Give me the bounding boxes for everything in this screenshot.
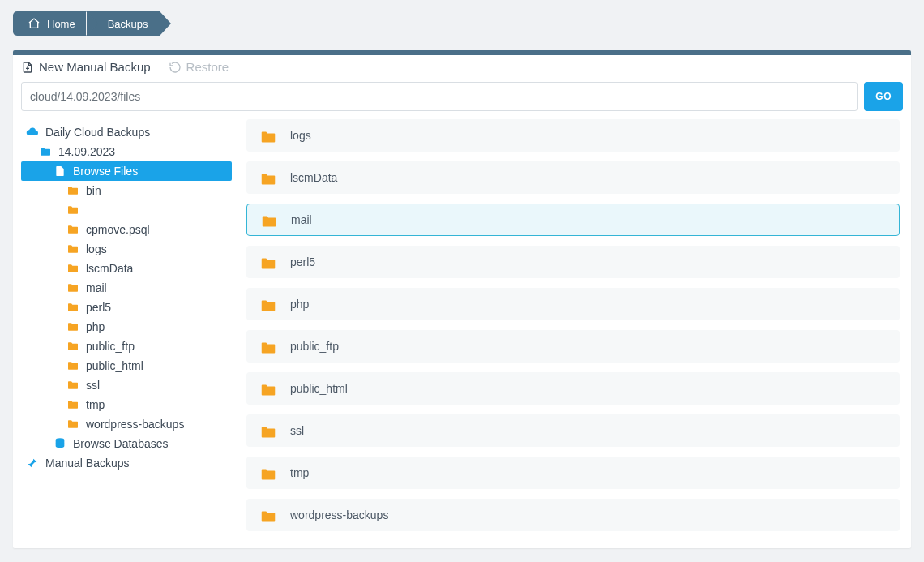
- home-icon: [28, 17, 41, 30]
- tree-date-label: 14.09.2023: [58, 145, 115, 158]
- tree-folder-label: perl5: [86, 301, 111, 314]
- toolbar: New Manual Backup Restore: [13, 55, 911, 82]
- folder-icon: [66, 340, 79, 353]
- folder-icon: [259, 128, 277, 143]
- file-row-label: tmp: [290, 466, 309, 479]
- tree-folder-item[interactable]: wordpress-backups: [21, 414, 232, 434]
- file-row[interactable]: ssl: [246, 414, 900, 447]
- folder-icon: [66, 398, 79, 411]
- tree-folder-label: bin: [86, 184, 101, 197]
- database-icon: [53, 437, 66, 450]
- tree-folder-item[interactable]: public_html: [21, 356, 232, 375]
- file-row-label: php: [290, 298, 309, 311]
- tree-manual-label: Manual Backups: [45, 457, 130, 470]
- tree-manual-backups[interactable]: Manual Backups: [21, 453, 232, 473]
- tree-date[interactable]: 14.09.2023: [21, 142, 232, 161]
- new-backup-button[interactable]: New Manual Backup: [21, 60, 151, 74]
- cloud-icon: [26, 126, 39, 139]
- tree: Daily Cloud Backups 14.09.2023 Browse Fi…: [21, 119, 232, 540]
- tree-browse-files-label: Browse Files: [73, 165, 138, 178]
- new-backup-label: New Manual Backup: [39, 60, 151, 74]
- folder-icon: [259, 465, 277, 480]
- file-row[interactable]: public_ftp: [246, 330, 900, 363]
- tree-folder-label: mail: [86, 281, 107, 294]
- file-row-label: ssl: [290, 424, 304, 437]
- tree-browse-db-label: Browse Databases: [73, 437, 169, 450]
- folder-icon: [66, 379, 79, 392]
- file-row-label: lscmData: [290, 171, 337, 184]
- folder-icon: [39, 145, 52, 158]
- file-row-label: perl5: [290, 255, 315, 268]
- tree-folder-label: ssl: [86, 379, 100, 392]
- tree-folder-label: wordpress-backups: [86, 418, 184, 431]
- breadcrumb-home-label: Home: [47, 18, 75, 30]
- folder-icon: [66, 184, 79, 197]
- tree-folder-item[interactable]: tmp: [21, 395, 232, 414]
- restore-label: Restore: [186, 60, 229, 74]
- file-row[interactable]: lscmData: [246, 161, 900, 194]
- folder-icon: [259, 297, 277, 311]
- tree-browse-files[interactable]: Browse Files: [21, 161, 232, 181]
- tree-folder-label: logs: [86, 242, 107, 255]
- breadcrumb-current-label: Backups: [108, 18, 148, 30]
- tree-folder-label: public_ftp: [86, 340, 135, 353]
- folder-icon: [66, 320, 79, 333]
- folder-icon: [259, 170, 277, 185]
- folder-icon: [66, 301, 79, 314]
- tree-folder-label: public_html: [86, 359, 143, 372]
- tree-folder-item[interactable]: lscmData: [21, 259, 232, 278]
- restore-button[interactable]: Restore: [169, 60, 229, 74]
- file-list[interactable]: logslscmDatamailperl5phppublic_ftppublic…: [246, 119, 903, 540]
- folder-icon: [66, 223, 79, 236]
- file-row[interactable]: mail: [246, 204, 900, 236]
- go-button[interactable]: GO: [864, 82, 903, 111]
- folder-icon: [66, 242, 79, 255]
- tree-folder-item[interactable]: cpmove.psql: [21, 220, 232, 239]
- folder-icon: [66, 262, 79, 275]
- file-row-label: logs: [290, 129, 311, 142]
- tree-folder-item[interactable]: perl5: [21, 298, 232, 317]
- pin-icon: [26, 457, 39, 470]
- file-row[interactable]: perl5: [246, 246, 900, 278]
- main-panel: New Manual Backup Restore GO Dail: [13, 50, 911, 548]
- tree-folder-item[interactable]: [21, 200, 232, 220]
- folder-icon: [66, 204, 79, 217]
- tree-folder-item[interactable]: public_ftp: [21, 337, 232, 356]
- tree-folder-item[interactable]: mail: [21, 278, 232, 298]
- file-row-label: public_html: [290, 382, 348, 395]
- tree-folder-label: php: [86, 320, 105, 333]
- folder-icon: [66, 418, 79, 431]
- folder-icon: [259, 381, 277, 396]
- file-row[interactable]: php: [246, 288, 900, 320]
- path-input[interactable]: [21, 82, 858, 111]
- tree-folder-item[interactable]: bin: [21, 181, 232, 200]
- file-row-label: wordpress-backups: [290, 508, 388, 521]
- folder-icon: [259, 423, 277, 438]
- file-row-label: mail: [291, 213, 312, 226]
- tree-root-label: Daily Cloud Backups: [45, 126, 150, 139]
- folder-icon: [66, 359, 79, 372]
- tree-folder-item[interactable]: php: [21, 317, 232, 337]
- tree-browse-db[interactable]: Browse Databases: [21, 434, 232, 453]
- folder-icon: [259, 508, 277, 522]
- file-row[interactable]: public_html: [246, 372, 900, 405]
- file-row-label: public_ftp: [290, 340, 339, 353]
- breadcrumb: Home Backups: [13, 11, 911, 36]
- folder-icon: [259, 255, 277, 269]
- folder-icon: [259, 339, 277, 354]
- file-row[interactable]: tmp: [246, 457, 900, 489]
- tree-folder-item[interactable]: logs: [21, 239, 232, 259]
- tree-folder-label: lscmData: [86, 262, 133, 275]
- file-icon: [53, 165, 66, 178]
- tree-root-daily-cloud[interactable]: Daily Cloud Backups: [21, 122, 232, 142]
- file-row[interactable]: logs: [246, 119, 900, 152]
- breadcrumb-home[interactable]: Home: [13, 11, 87, 36]
- tree-folder-label: cpmove.psql: [86, 223, 150, 236]
- tree-folder-item[interactable]: ssl: [21, 375, 232, 395]
- file-row[interactable]: wordpress-backups: [246, 499, 900, 531]
- folder-icon: [260, 212, 278, 227]
- tree-folder-label: tmp: [86, 398, 105, 411]
- restore-icon: [169, 61, 182, 74]
- path-bar: GO: [13, 82, 911, 119]
- file-plus-icon: [21, 61, 34, 74]
